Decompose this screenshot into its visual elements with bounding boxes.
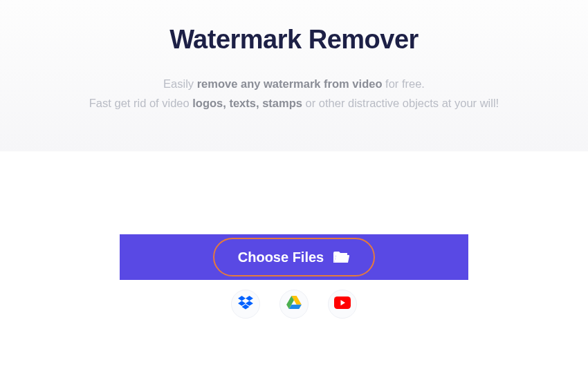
upload-area: Choose Files — [0, 234, 588, 280]
choose-files-button[interactable]: Choose Files — [213, 238, 375, 276]
hero-section: Watermark Remover Easily remove any wate… — [0, 0, 588, 151]
source-options — [0, 290, 588, 319]
subtitle-emphasis: remove any watermark from video — [197, 77, 383, 90]
subtitle-text: Easily — [163, 77, 197, 90]
folder-open-icon — [333, 250, 350, 264]
google-drive-icon — [286, 296, 302, 312]
youtube-icon — [334, 297, 351, 312]
choose-files-label: Choose Files — [238, 250, 324, 265]
page-title: Watermark Remover — [0, 25, 588, 55]
google-drive-button[interactable] — [279, 290, 309, 319]
dropbox-icon — [238, 296, 253, 312]
subtitle-text: for free. — [382, 77, 424, 90]
dropbox-button[interactable] — [231, 290, 260, 319]
subtitle-text: or other distractive objects at your wil… — [302, 97, 499, 109]
upload-bar[interactable]: Choose Files — [120, 234, 468, 280]
subtitle-emphasis: logos, texts, stamps — [192, 97, 302, 109]
subtitle-line-1: Easily remove any watermark from video f… — [0, 74, 588, 93]
subtitle-text: Fast get rid of video — [89, 97, 193, 109]
subtitle-line-2: Fast get rid of video logos, texts, stam… — [0, 93, 588, 113]
youtube-button[interactable] — [328, 290, 357, 319]
subtitle: Easily remove any watermark from video f… — [0, 74, 588, 113]
